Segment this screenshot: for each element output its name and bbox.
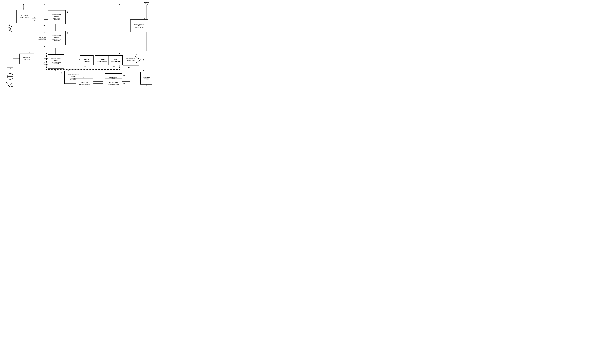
label-2: ~2 bbox=[66, 11, 68, 13]
label-15: 15 bbox=[128, 66, 130, 68]
resistor-symbol bbox=[8, 23, 12, 35]
svg-marker-59 bbox=[135, 56, 141, 64]
correction-phase-storage-block: CORRECTION PHASE STORAGE SECTION bbox=[48, 10, 66, 24]
label-21: 21 bbox=[146, 2, 147, 3]
circuit-diagram: VOLTAGE REGULATOR 18 VOLTAGE DETECTOR 1 … bbox=[0, 0, 152, 91]
baseband-demodulator-block: BASEBAND DEMODULATOR bbox=[76, 78, 93, 88]
label-1: 1 bbox=[44, 46, 45, 47]
label-18: 18 bbox=[23, 7, 24, 9]
voltage-regulator-block: VOLTAGE REGULATOR bbox=[16, 10, 32, 23]
label-19: 19 bbox=[135, 54, 137, 55]
da-converter-block: D/A CONVERTER bbox=[108, 55, 123, 65]
label-12: 12 bbox=[84, 65, 86, 67]
correction-phase-outputting-block: CORRECTION PHASE OUTPUTTING SECTION bbox=[48, 31, 66, 45]
transmission-local-block: TRANSMISSION LOCAL OSCILLATOR bbox=[130, 19, 148, 32]
label-16: 16 bbox=[144, 18, 145, 19]
phase-converter-block: PHASE CONVERTER bbox=[95, 55, 109, 65]
label-11: 11 bbox=[54, 69, 55, 70]
ground-symbol bbox=[8, 75, 13, 79]
svg-point-58 bbox=[119, 4, 120, 5]
phase-adder-block: PHASE ADDER bbox=[80, 55, 93, 65]
label-17: 17 bbox=[3, 43, 4, 44]
label-14: 14 bbox=[113, 65, 115, 67]
label-6: 6 bbox=[83, 77, 84, 78]
label-9: 9 bbox=[29, 51, 30, 53]
svg-point-39 bbox=[23, 4, 24, 5]
quadrature-demodulator-block: QUADRATURE DEMODULATOR bbox=[105, 78, 122, 88]
label-24: ~24 bbox=[122, 74, 125, 76]
battery-symbol bbox=[6, 42, 15, 73]
label-13: 13 bbox=[99, 65, 100, 67]
label-20: 20~ bbox=[61, 72, 63, 74]
antenna-switch-block: ANTENNA SWITCH bbox=[140, 72, 152, 85]
control-section-block: CONTROL SECTION bbox=[19, 53, 34, 64]
svg-rect-62 bbox=[7, 42, 13, 67]
label-22: 22 bbox=[143, 70, 145, 72]
label-3: ~3 bbox=[66, 32, 68, 34]
voltage-detector-block: VOLTAGE DETECTOR bbox=[35, 33, 50, 45]
label-25: 25 bbox=[11, 85, 13, 87]
label-23: ~23 bbox=[122, 83, 125, 85]
modulation-phase-block: MODULATION PHASE GENERATING SECTION bbox=[48, 54, 64, 68]
amplifier-triangle bbox=[135, 56, 141, 64]
